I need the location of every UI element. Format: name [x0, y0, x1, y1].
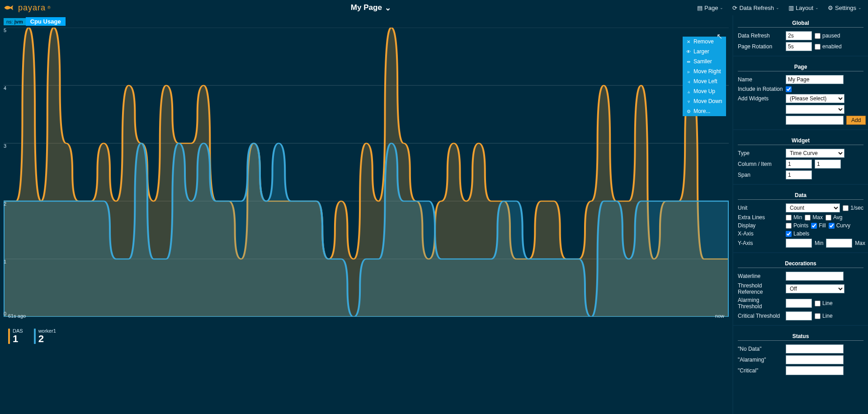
settings-panel: Global Data Refresh paused Page Rotation… — [732, 15, 868, 414]
page-name-input[interactable] — [786, 75, 844, 84]
add-widget-select-2[interactable] — [786, 105, 844, 114]
legend-swatch-das — [8, 329, 10, 344]
nav-data-refresh[interactable]: ⟳ Data Refresh⌄ — [730, 3, 782, 13]
ytick-4: 4 — [4, 85, 6, 91]
alarm-input[interactable] — [786, 299, 812, 308]
ytick-5: 5 — [4, 28, 6, 33]
global-refresh-input[interactable] — [786, 31, 812, 40]
menu-move-left[interactable]: ◃Move Left — [683, 76, 726, 86]
status-crit-input[interactable] — [786, 366, 844, 375]
section-widget: Widget — [738, 137, 863, 144]
nav-layout[interactable]: ▥ Layout⌄ — [786, 3, 821, 13]
page-title[interactable]: My Page ⌄ — [351, 3, 391, 13]
nav-settings[interactable]: ⚙ Settings⌄ — [825, 3, 864, 13]
status-nodata-input[interactable] — [786, 344, 844, 353]
menu-remove[interactable]: ✕Remove — [683, 37, 726, 47]
chart-header: ns: jvm Cpu Usage — [4, 17, 729, 26]
thresh-ref-select[interactable]: Off — [786, 284, 844, 293]
menu-move-right[interactable]: ▹Move Right — [683, 66, 726, 76]
brand-logo: payara® — [4, 3, 51, 13]
fish-icon — [4, 3, 16, 13]
ytick-0: 0 — [4, 311, 6, 316]
menu-move-down[interactable]: ▿Move Down — [683, 96, 726, 106]
section-page: Page — [738, 64, 863, 70]
nav-page[interactable]: ▤ Page⌄ — [694, 3, 726, 13]
crit-input[interactable] — [786, 311, 812, 320]
section-status: Status — [738, 333, 863, 339]
ytick-3: 3 — [4, 143, 6, 149]
menu-more[interactable]: ⚙More... — [683, 106, 726, 116]
ns-badge: ns: jvm — [4, 18, 26, 25]
widget-type-select[interactable]: Time Curve — [786, 149, 844, 158]
brand-text: payara — [18, 3, 46, 13]
chart-svg — [4, 28, 729, 317]
page-title-text: My Page — [351, 3, 382, 12]
page-rotation-input[interactable] — [786, 42, 812, 51]
unit-select[interactable]: Count — [786, 203, 840, 212]
per-sec-checkbox[interactable]: 1/sec — [843, 205, 863, 211]
include-rotation-checkbox[interactable] — [786, 86, 792, 92]
top-nav: payara® My Page ⌄ ▤ Page⌄ ⟳ Data Refresh… — [0, 0, 868, 15]
add-widget-text[interactable] — [786, 116, 844, 125]
chevron-down-icon: ⌄ — [385, 3, 391, 13]
legend-swatch-worker — [34, 329, 36, 344]
section-global: Global — [738, 20, 863, 26]
chart-canvas: 5 4 3 2 1 0 61s ago now — [4, 28, 729, 317]
section-data: Data — [738, 192, 863, 198]
chart-title-badge: Cpu Usage — [26, 17, 66, 26]
widget-span-input[interactable] — [786, 170, 812, 179]
widget-item-input[interactable] — [815, 160, 841, 169]
waterline-input[interactable] — [786, 272, 844, 281]
status-alarm-input[interactable] — [786, 355, 844, 364]
menu-move-up[interactable]: ▵Move Up — [683, 86, 726, 96]
legend-das: DAS 1 — [8, 329, 23, 344]
menu-smaller[interactable]: ⇹Samller — [683, 56, 726, 66]
ytick-2: 2 — [4, 201, 6, 207]
add-button[interactable]: Add — [846, 116, 866, 125]
legend: DAS 1 worker1 2 — [4, 329, 729, 344]
legend-worker: worker1 2 — [34, 329, 56, 344]
widget-context-menu: ✕Remove 👁Larger ⇹Samller ▹Move Right ◃Mo… — [683, 37, 726, 116]
chart-area: ns: jvm Cpu Usage 5 4 3 2 1 0 — [0, 15, 732, 414]
add-widget-select[interactable]: (Please Select) — [786, 94, 844, 103]
ymin-input[interactable] — [786, 239, 812, 248]
xaxis-right: now — [715, 313, 724, 319]
ymax-input[interactable] — [826, 239, 852, 248]
enabled-checkbox[interactable]: enabled — [815, 43, 842, 50]
section-decorations: Decorations — [738, 260, 863, 267]
xaxis-left: 61s ago — [8, 313, 26, 319]
paused-checkbox[interactable]: paused — [815, 33, 840, 39]
ytick-1: 1 — [4, 259, 6, 264]
widget-col-input[interactable] — [786, 160, 812, 169]
menu-larger[interactable]: 👁Larger — [683, 47, 726, 56]
